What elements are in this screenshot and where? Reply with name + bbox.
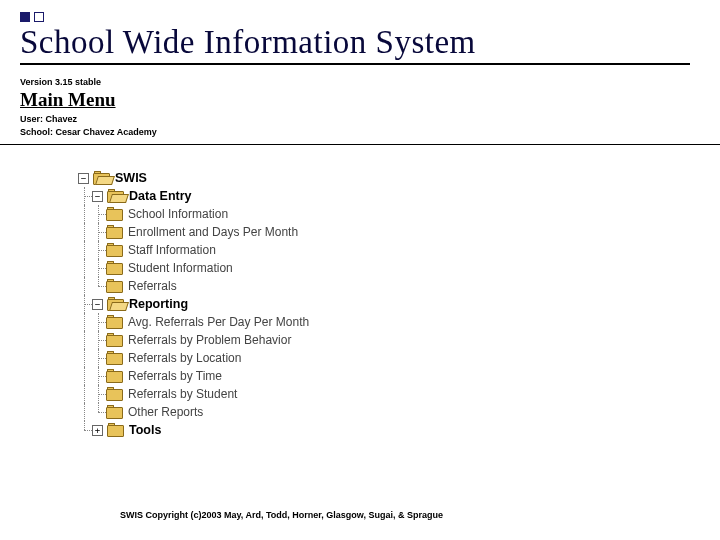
folder-icon: [106, 262, 123, 275]
folder-icon: [106, 370, 123, 383]
folder-icon: [106, 352, 123, 365]
tree-item-label: Referrals by Time: [128, 370, 222, 382]
minus-icon[interactable]: −: [78, 173, 89, 184]
divider: [0, 144, 720, 145]
plus-icon[interactable]: +: [92, 425, 103, 436]
school-label: School:: [20, 127, 53, 137]
user-value: Chavez: [46, 114, 78, 124]
app-title: School Wide Information System: [20, 24, 690, 65]
tree-root-label: SWIS: [115, 172, 147, 185]
user-label: User:: [20, 114, 43, 124]
tree-item-label: Referrals: [128, 280, 177, 292]
tree-item-label: Staff Information: [128, 244, 216, 256]
school-value: Cesar Chavez Academy: [56, 127, 157, 137]
tree-item[interactable]: Enrollment and Days Per Month: [78, 223, 720, 241]
tree-item[interactable]: Referrals: [78, 277, 720, 295]
tree-item-label: Referrals by Student: [128, 388, 237, 400]
context-info: User: Chavez School: Cesar Chavez Academ…: [20, 113, 720, 138]
tree-section-tools[interactable]: + Tools: [78, 421, 720, 439]
tree-item-label: Other Reports: [128, 406, 203, 418]
tree-item-label: Referrals by Location: [128, 352, 241, 364]
tree-item-label: Student Information: [128, 262, 233, 274]
folder-icon: [106, 280, 123, 293]
header: School Wide Information System Version 3…: [0, 0, 720, 138]
tree-item[interactable]: Referrals by Location: [78, 349, 720, 367]
folder-open-icon: [107, 298, 124, 311]
folder-icon: [106, 316, 123, 329]
tree-root[interactable]: − SWIS: [78, 169, 720, 187]
tree-item[interactable]: Referrals by Time: [78, 367, 720, 385]
minus-icon[interactable]: −: [92, 299, 103, 310]
tree-item[interactable]: Avg. Referrals Per Day Per Month: [78, 313, 720, 331]
folder-icon: [106, 208, 123, 221]
tree-section-data-entry[interactable]: − Data Entry: [78, 187, 720, 205]
copyright-text: SWIS Copyright (c)2003 May, Ard, Todd, H…: [120, 510, 443, 520]
tree-item[interactable]: Referrals by Problem Behavior: [78, 331, 720, 349]
tree-item-label: Avg. Referrals Per Day Per Month: [128, 316, 309, 328]
tree-section-label: Data Entry: [129, 190, 192, 203]
logo-square-filled: [20, 12, 30, 22]
folder-open-icon: [107, 190, 124, 203]
navigation-tree: − SWIS − Data Entry School Information E…: [78, 169, 720, 439]
tree-item-label: Enrollment and Days Per Month: [128, 226, 298, 238]
folder-icon: [106, 406, 123, 419]
folder-icon: [106, 334, 123, 347]
logo-squares: [20, 12, 720, 22]
folder-icon: [107, 424, 124, 437]
folder-icon: [106, 388, 123, 401]
tree-section-reporting[interactable]: − Reporting: [78, 295, 720, 313]
page: { "header": { "app_title": "School Wide …: [0, 0, 720, 540]
logo-square-open: [34, 12, 44, 22]
tree-section-label: Tools: [129, 424, 161, 437]
tree-item[interactable]: Staff Information: [78, 241, 720, 259]
tree-item[interactable]: School Information: [78, 205, 720, 223]
page-heading: Main Menu: [20, 89, 720, 111]
folder-icon: [106, 226, 123, 239]
folder-icon: [106, 244, 123, 257]
tree-item-label: School Information: [128, 208, 228, 220]
minus-icon[interactable]: −: [92, 191, 103, 202]
tree-item-label: Referrals by Problem Behavior: [128, 334, 291, 346]
folder-open-icon: [93, 172, 110, 185]
tree-section-label: Reporting: [129, 298, 188, 311]
tree-item[interactable]: Referrals by Student: [78, 385, 720, 403]
version-text: Version 3.15 stable: [20, 77, 720, 87]
tree-item[interactable]: Other Reports: [78, 403, 720, 421]
tree-item[interactable]: Student Information: [78, 259, 720, 277]
